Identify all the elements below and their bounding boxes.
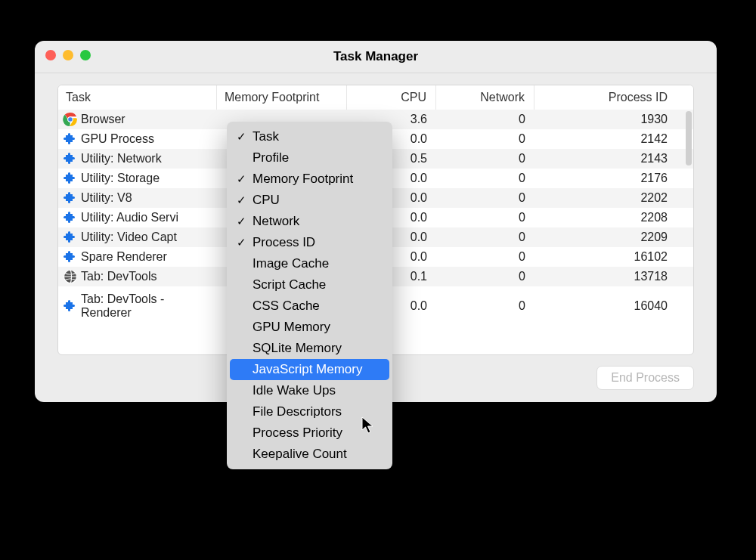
extension-icon [63, 131, 78, 147]
menu-item-label: Image Cache [253, 256, 329, 271]
cell-process-id: 1930 [534, 113, 677, 126]
menu-item-keepalive-count[interactable]: Keepalive Count [227, 444, 392, 465]
cell-network: 0 [436, 172, 534, 185]
menu-item-label: Network [253, 214, 299, 229]
menu-item-label: Process ID [253, 235, 315, 250]
extension-icon [63, 190, 78, 206]
extension-icon [63, 249, 78, 265]
menu-item-javascript-memory[interactable]: JavaScript Memory [230, 359, 389, 380]
menu-item-label: Keepalive Count [253, 447, 347, 462]
cell-task: Browser [58, 112, 217, 127]
menu-item-label: Memory Footprint [253, 172, 353, 187]
cell-network: 0 [436, 113, 534, 126]
columns-context-menu: ✓TaskProfile✓Memory Footprint✓CPU✓Networ… [227, 122, 392, 469]
vertical-scrollbar[interactable] [686, 111, 692, 166]
menu-item-label: CPU [253, 193, 280, 208]
menu-item-script-cache[interactable]: Script Cache [227, 274, 392, 295]
menu-item-label: JavaScript Memory [253, 362, 362, 377]
menu-item-sqlite-memory[interactable]: SQLite Memory [227, 338, 392, 359]
menu-item-label: Process Priority [253, 425, 342, 441]
col-header-memory-footprint[interactable]: Memory Footprint [217, 85, 347, 110]
minimize-button[interactable] [63, 50, 73, 60]
cell-task: Utility: Audio Servi [58, 210, 217, 225]
cell-process-id: 16040 [534, 299, 677, 313]
task-label: Spare Renderer [81, 250, 167, 264]
cell-task: Utility: Network [58, 151, 217, 166]
menu-item-network[interactable]: ✓Network [227, 211, 392, 232]
task-label: Tab: DevTools [81, 270, 157, 283]
extension-icon [63, 299, 78, 314]
cell-task: Utility: V8 [58, 190, 217, 206]
menu-item-image-cache[interactable]: Image Cache [227, 253, 392, 274]
menu-item-cpu[interactable]: ✓CPU [227, 190, 392, 211]
cell-process-id: 2143 [534, 152, 677, 166]
col-header-cpu[interactable]: CPU [347, 85, 436, 110]
menu-item-label: SQLite Memory [253, 341, 342, 356]
table-header[interactable]: Task Memory Footprint CPU Network Proces… [58, 85, 693, 110]
menu-item-file-descriptors[interactable]: File Descriptors [227, 401, 392, 422]
cell-network: 0 [436, 191, 534, 205]
cell-task: Tab: DevTools [58, 269, 217, 284]
extension-icon [63, 230, 78, 245]
menu-item-profile[interactable]: Profile [227, 147, 392, 169]
task-label: Browser [81, 113, 125, 126]
cell-process-id: 13718 [534, 270, 677, 283]
menu-item-task[interactable]: ✓Task [227, 126, 392, 147]
cell-process-id: 2176 [534, 172, 677, 185]
cell-network: 0 [436, 211, 534, 224]
extension-icon [63, 151, 78, 166]
task-label: Utility: V8 [81, 191, 132, 205]
titlebar: Task Manager [35, 41, 717, 73]
extension-icon [63, 230, 78, 245]
end-process-button[interactable]: End Process [596, 366, 694, 390]
col-header-network[interactable]: Network [436, 85, 534, 110]
menu-item-css-cache[interactable]: CSS Cache [227, 295, 392, 317]
cell-network: 0 [436, 270, 534, 283]
menu-item-gpu-memory[interactable]: GPU Memory [227, 317, 392, 338]
menu-item-label: CSS Cache [253, 299, 320, 314]
cell-network: 0 [436, 230, 534, 244]
globe-icon [63, 269, 78, 284]
task-label: Utility: Audio Servi [81, 211, 178, 224]
menu-item-process-id[interactable]: ✓Process ID [227, 232, 392, 253]
checkmark-icon: ✓ [234, 172, 248, 186]
cell-task: Spare Renderer [58, 249, 217, 265]
menu-item-process-priority[interactable]: Process Priority [227, 422, 392, 444]
col-header-task[interactable]: Task [58, 85, 217, 110]
cell-task: Tab: DevTools -Renderer [58, 292, 217, 320]
cell-process-id: 2202 [534, 191, 677, 205]
task-label: Utility: Network [81, 152, 162, 166]
col-header-process-id[interactable]: Process ID [534, 85, 677, 110]
extension-icon [63, 210, 78, 225]
menu-item-label: File Descriptors [253, 404, 342, 419]
globe-icon [63, 269, 78, 284]
menu-item-label: GPU Memory [253, 320, 330, 335]
close-button[interactable] [45, 50, 56, 60]
menu-item-memory-footprint[interactable]: ✓Memory Footprint [227, 169, 392, 190]
checkmark-icon: ✓ [234, 130, 248, 144]
task-label: Tab: DevTools -Renderer [81, 292, 164, 320]
task-label: Utility: Storage [81, 172, 160, 185]
checkmark-icon: ✓ [234, 236, 248, 249]
extension-icon [63, 151, 78, 166]
cell-network: 0 [436, 250, 534, 264]
menu-item-label: Task [253, 129, 279, 144]
cell-network: 0 [436, 132, 534, 146]
checkmark-icon: ✓ [234, 215, 248, 228]
cell-task: Utility: Storage [58, 171, 217, 186]
cell-task: Utility: Video Capt [58, 230, 217, 245]
window-title: Task Manager [333, 49, 418, 64]
traffic-lights [45, 50, 91, 60]
extension-icon [63, 190, 78, 206]
chrome-icon [63, 112, 78, 127]
extension-icon [63, 171, 78, 186]
zoom-button[interactable] [80, 50, 91, 60]
task-label: GPU Process [81, 132, 154, 146]
cell-network: 0 [436, 299, 534, 313]
cell-task: GPU Process [58, 131, 217, 147]
menu-item-idle-wake-ups[interactable]: Idle Wake Ups [227, 380, 392, 401]
cell-network: 0 [436, 152, 534, 166]
cell-process-id: 2142 [534, 132, 677, 146]
extension-icon [63, 210, 78, 225]
extension-icon [63, 249, 78, 265]
